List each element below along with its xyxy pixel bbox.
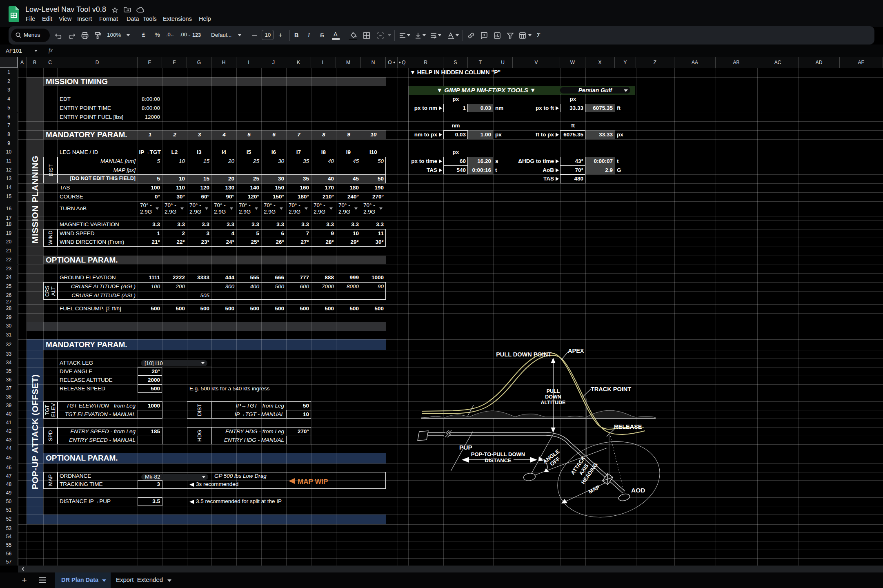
- svg-text:DOWN: DOWN: [545, 394, 561, 400]
- svg-text:MAP: MAP: [587, 484, 601, 495]
- svg-text:PULL DOWN POINT: PULL DOWN POINT: [496, 351, 552, 358]
- svg-text:TRACK POINT: TRACK POINT: [591, 386, 631, 392]
- svg-text:POP-TO-PULL DOWN: POP-TO-PULL DOWN: [471, 451, 525, 457]
- svg-text:RELEASE: RELEASE: [614, 423, 642, 430]
- svg-text:APEX: APEX: [568, 347, 584, 354]
- svg-text:DISTANCE: DISTANCE: [485, 457, 512, 463]
- svg-text:AOD: AOD: [631, 487, 645, 494]
- svg-text:PUP: PUP: [459, 444, 472, 451]
- svg-text:ALTITUDE: ALTITUDE: [541, 400, 566, 405]
- svg-text:PULL: PULL: [547, 388, 560, 394]
